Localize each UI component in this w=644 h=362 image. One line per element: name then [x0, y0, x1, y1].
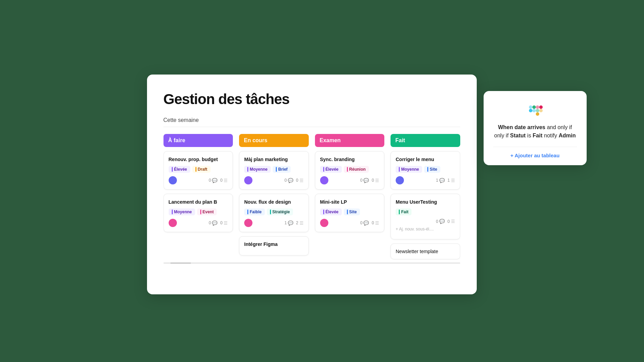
column-header-inprogress: En cours — [239, 134, 309, 147]
task-tag[interactable]: Élevée — [320, 166, 342, 173]
task-tags: MoyenneEvent — [169, 208, 228, 215]
avatar — [320, 176, 328, 184]
column-header-done: Fait — [391, 134, 460, 147]
task-title: Corriger le menu — [396, 156, 455, 162]
popup-card: When date arrives and only if only if St… — [484, 91, 587, 165]
kanban-column-todo: À faireRenouv. prop. budgetÉlevéeDraft0 … — [163, 134, 233, 260]
slack-icon — [527, 101, 543, 117]
avatar — [244, 176, 252, 184]
comment-count: 0 💬 — [284, 178, 293, 183]
newsletter-title: Newsletter template — [396, 249, 455, 254]
svg-rect-7 — [539, 105, 543, 109]
svg-rect-5 — [536, 112, 539, 116]
task-tag[interactable]: Moyenne — [244, 166, 271, 173]
column-header-review: Examen — [315, 134, 385, 147]
task-tags: MoyenneBrief — [244, 166, 304, 173]
task-meta: 0 💬0 ☰ — [169, 176, 228, 184]
task-title: Renouv. prop. budget — [169, 156, 228, 162]
task-title: Mini-site LP — [320, 199, 380, 205]
task-meta: 1 💬1 ☰ — [396, 176, 455, 184]
slack-logo-container — [493, 101, 577, 117]
task-card[interactable]: Sync. brandingÉlevéeRéunion0 💬0 ☰ — [315, 151, 385, 190]
task-card[interactable]: Renouv. prop. budgetÉlevéeDraft0 💬0 ☰ — [163, 151, 233, 190]
kanban-board: À faireRenouv. prop. budgetÉlevéeDraft0 … — [163, 134, 460, 260]
scroll-indicator — [163, 262, 460, 264]
avatar — [169, 219, 177, 227]
newsletter-card[interactable]: Newsletter template — [391, 244, 460, 259]
task-card[interactable]: Màj plan marketingMoyenneBrief0 💬0 ☰ — [239, 151, 309, 190]
task-title: Menu UserTesting — [396, 199, 455, 205]
comment-count: 0 💬 — [360, 178, 369, 183]
subtask-count: 0 ☰ — [296, 178, 304, 183]
task-tag[interactable]: Site — [344, 208, 360, 215]
task-tag[interactable]: Réunion — [344, 166, 369, 173]
task-meta: 0 💬0 ☰ — [244, 176, 304, 184]
svg-rect-2 — [532, 109, 536, 112]
popup-description: When date arrives and only if only if St… — [493, 123, 577, 140]
comment-count: 0 💬 — [209, 220, 218, 226]
task-tag[interactable]: Faible — [244, 208, 265, 215]
subtask-count: 0 ☰ — [220, 178, 228, 183]
avatar — [396, 176, 404, 184]
task-meta: 1 💬2 ☰ — [244, 219, 304, 227]
kanban-column-inprogress: En coursMàj plan marketingMoyenneBrief0 … — [239, 134, 309, 260]
add-sub-element[interactable]: + Aj. nouv. sous-él.... — [396, 224, 455, 234]
task-tag[interactable]: Brief — [273, 166, 291, 173]
subtask-count: 0 ☰ — [220, 220, 228, 226]
task-tag[interactable]: Site — [424, 166, 440, 173]
avatar — [320, 219, 328, 227]
avatar — [244, 219, 252, 227]
task-card[interactable]: Corriger le menuMoyenneSite1 💬1 ☰ — [391, 151, 460, 190]
subtask-count: 0 ☰ — [448, 219, 455, 224]
task-card[interactable]: Nouv. flux de designFaibleStratégie1 💬2 … — [239, 194, 309, 232]
task-card[interactable]: Mini-site LPÉlevéeSite0 💬0 ☰ — [315, 194, 385, 232]
task-tags: ÉlevéeDraft — [169, 166, 228, 173]
subtask-count: 0 ☰ — [372, 220, 379, 226]
task-tag[interactable]: Élevée — [320, 208, 342, 215]
task-tag[interactable]: Fait — [396, 208, 411, 215]
scroll-thumb — [170, 262, 191, 264]
task-meta: 0 💬0 ☰ — [396, 219, 455, 224]
add-to-tableau-link[interactable]: + Ajouter au tableau — [493, 147, 577, 158]
comment-count: 1 💬 — [284, 220, 293, 226]
task-card[interactable]: Intégrer Figma — [239, 236, 309, 256]
task-title: Intégrer Figma — [244, 241, 304, 247]
comment-count: 0 💬 — [436, 219, 445, 224]
task-tags: FaibleStratégie — [244, 208, 304, 215]
popup-and-text: and only if — [545, 124, 572, 130]
popup-admin-text: Admin — [558, 133, 576, 138]
task-card[interactable]: Menu UserTestingFait0 💬0 ☰+ Aj. nouv. so… — [391, 194, 460, 239]
svg-rect-8 — [536, 105, 539, 109]
task-tag[interactable]: Élevée — [169, 166, 190, 173]
task-tag[interactable]: Draft — [192, 166, 211, 173]
task-tag[interactable]: Moyenne — [396, 166, 422, 173]
task-meta: 0 💬0 ☰ — [320, 176, 380, 184]
svg-rect-0 — [529, 109, 532, 112]
column-header-todo: À faire — [163, 134, 233, 147]
popup-when-text: When date arrives — [498, 124, 545, 130]
subtask-count: 0 ☰ — [372, 178, 379, 183]
main-card: Gestion des tâches Cette semaine À faire… — [147, 75, 477, 294]
task-card[interactable]: Lancement du plan BMoyenneEvent0 💬0 ☰ — [163, 194, 233, 232]
task-tags: ÉlevéeRéunion — [320, 166, 380, 173]
task-tags: ÉlevéeSite — [320, 208, 380, 215]
avatar — [169, 176, 177, 184]
svg-rect-3 — [532, 105, 536, 109]
task-title: Sync. branding — [320, 156, 380, 162]
task-title: Lancement du plan B — [169, 199, 228, 205]
kanban-column-done: FaitCorriger le menuMoyenneSite1 💬1 ☰Men… — [391, 134, 460, 260]
task-title: Nouv. flux de design — [244, 199, 304, 205]
task-tag[interactable]: Moyenne — [169, 208, 195, 215]
popup-statut-text: Statut — [510, 133, 526, 138]
task-tags: Fait — [396, 208, 455, 215]
task-tags: MoyenneSite — [396, 166, 455, 173]
task-title: Màj plan marketing — [244, 156, 304, 162]
kanban-column-review: ExamenSync. brandingÉlevéeRéunion0 💬0 ☰M… — [315, 134, 385, 260]
subtask-count: 1 ☰ — [448, 178, 455, 183]
svg-rect-6 — [539, 109, 543, 112]
subtask-count: 2 ☰ — [296, 220, 304, 226]
task-tag[interactable]: Event — [197, 208, 217, 215]
page-title: Gestion des tâches — [163, 91, 460, 108]
comment-count: 0 💬 — [209, 178, 218, 183]
task-tag[interactable]: Stratégie — [267, 208, 293, 215]
